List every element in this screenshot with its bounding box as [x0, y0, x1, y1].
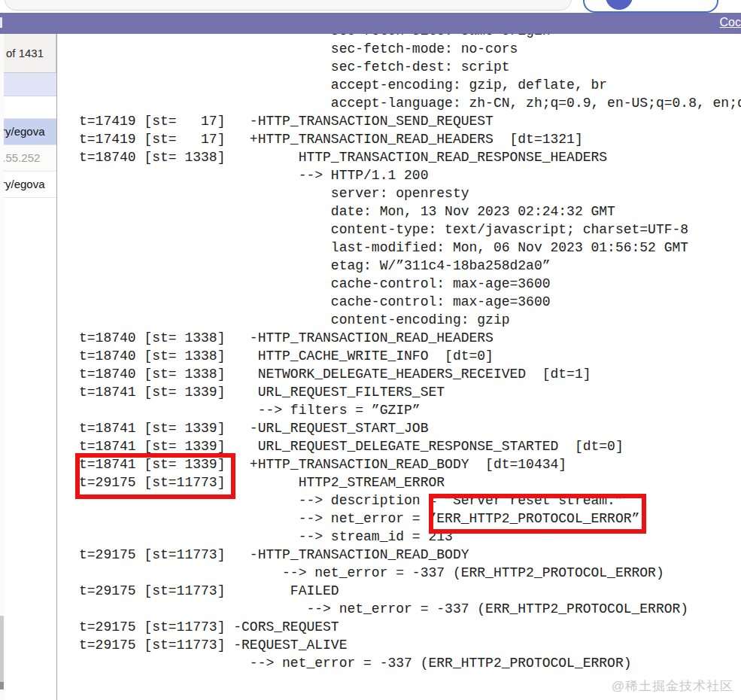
left-scrollbar[interactable]: [0, 34, 4, 700]
browser-profile-pill[interactable]: [583, 0, 718, 13]
event-list-row[interactable]: [0, 73, 56, 96]
annotation-box-error-values: [429, 494, 646, 534]
scrollbar-end-cap: [0, 682, 4, 689]
header-link[interactable]: Coc: [720, 16, 741, 29]
scrollbar-thumb[interactable]: [0, 616, 4, 683]
event-list-row[interactable]: ry/egova: [0, 172, 56, 198]
browser-address-bar[interactable]: [5, 0, 572, 11]
netlog-viewer-screen: Coc of 1431 ry/egova 5.55.252 ry/egova s…: [0, 0, 741, 700]
browser-top-strip: [0, 0, 741, 13]
events-sidebar: of 1431 ry/egova 5.55.252 ry/egova: [0, 34, 57, 700]
profile-avatar-icon: [606, 0, 633, 10]
event-list-row[interactable]: [0, 96, 56, 119]
event-count-label: of 1431: [3, 34, 56, 73]
event-log-text: sec-fetch-site: same-origin sec-fetch-mo…: [57, 22, 741, 700]
header-banner: Coc: [0, 13, 741, 34]
event-list-row[interactable]: 5.55.252: [0, 145, 56, 172]
annotation-box-timestamps: [75, 453, 235, 499]
watermark: @稀土掘金技术社区: [612, 677, 733, 695]
banner-clipped-text: [0, 17, 2, 28]
event-list-row-selected[interactable]: ry/egova: [0, 119, 56, 145]
